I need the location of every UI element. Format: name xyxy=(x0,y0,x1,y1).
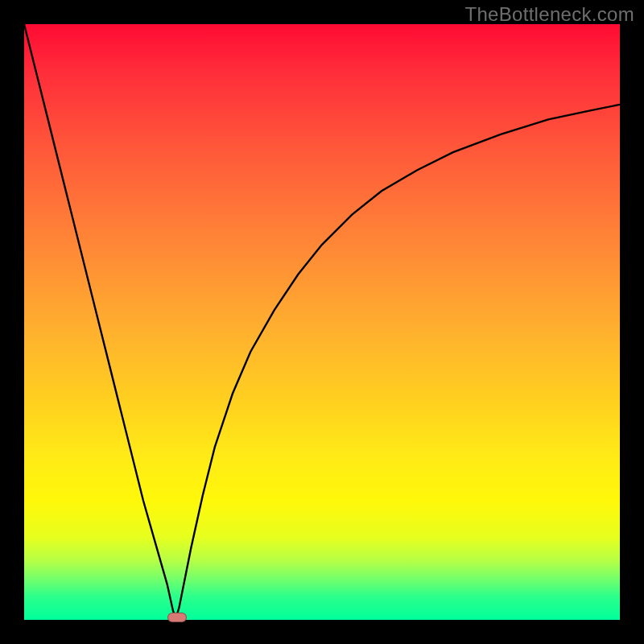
curve-left-branch xyxy=(24,24,176,617)
curve-right-branch xyxy=(176,105,620,617)
chart-curve-layer xyxy=(24,24,620,620)
watermark-text: TheBottleneck.com xyxy=(464,3,634,26)
curve-min-marker xyxy=(167,613,187,622)
chart-plot-area xyxy=(24,24,620,620)
chart-frame: TheBottleneck.com xyxy=(0,0,644,644)
